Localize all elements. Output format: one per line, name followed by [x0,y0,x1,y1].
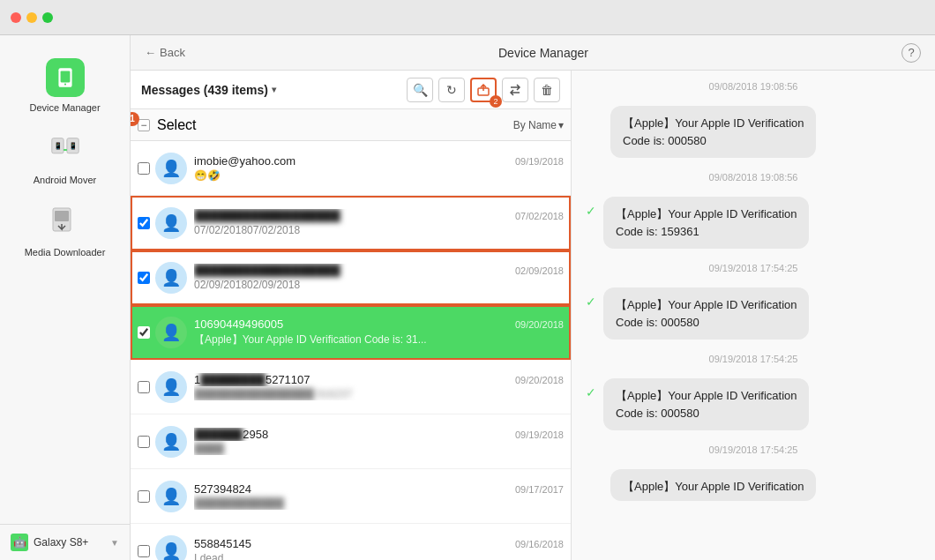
message-checkbox[interactable] [138,162,150,175]
message-item[interactable]: 👤 1████████5271107 09/20/2018 ██████████… [131,360,571,414]
chat-bubble: 【Apple】Your Apple ID Verification [610,469,816,501]
message-item[interactable]: 👤 ██████████████████ 02/09/2018 02/09/20… [131,250,571,305]
list-header: 1 − Select By Name ▾ [131,109,571,141]
message-name: 558845145 [194,537,251,550]
chat-bubble: 【Apple】Your Apple ID VerificationCode is… [603,197,809,249]
message-preview: 02/09/201802/09/2018 [194,279,564,291]
sidebar-item-media-downloader[interactable]: Media Downloader [0,194,130,266]
message-avatar: 👤 [155,426,187,458]
message-content: 558845145 09/16/2018 I dead [194,537,564,560]
message-top: 10690449496005 09/20/2018 [194,317,564,331]
message-checkbox[interactable] [138,272,150,284]
message-content: ██████████████████ 07/02/2018 07/02/2018… [194,209,564,236]
message-preview: ████████████████ 916237 [194,388,564,400]
message-preview: 07/02/201807/02/2018 [194,224,564,236]
back-button[interactable]: ← Back [145,46,185,59]
chat-bubble-row: 【Apple】Your Apple ID VerificationCode is… [586,106,921,158]
sidebar-item-media-downloader-label: Media Downloader [25,247,106,258]
android-mover-icon: 📱 📱 [46,131,85,169]
select-all-checkbox[interactable]: − [138,119,150,131]
messages-dropdown-icon: ▾ [272,85,276,94]
message-preview: I dead [194,552,564,560]
message-name: ██████████████████ [194,264,340,277]
message-name: 527394824 [194,482,251,496]
message-date: 09/20/2018 [515,375,564,385]
sidebar-item-android-mover[interactable]: 📱 📱 Android Mover [0,122,130,194]
message-item[interactable]: 👤 imobie@yahoo.com 09/19/2018 😁🤣 [131,141,571,196]
message-top: 1████████5271107 09/20/2018 [194,373,564,386]
help-icon: ? [908,46,914,59]
message-content: ██████████████████ 02/09/2018 02/09/2018… [194,264,564,291]
select-label-text: Select [157,117,196,133]
chat-bubble: 【Apple】Your Apple ID VerificationCode is… [610,106,816,158]
minimize-button[interactable] [26,12,37,23]
message-date: 09/20/2018 [515,319,564,330]
chevron-down-icon: ▼ [110,538,119,548]
chat-bubble: 【Apple】Your Apple ID VerificationCode is… [603,287,809,340]
help-button[interactable]: ? [901,43,921,63]
window-controls [11,12,53,23]
back-arrow-icon: ← [145,46,156,59]
message-content: 10690449496005 09/20/2018 【Apple】Your Ap… [194,317,564,347]
sort-button[interactable]: By Name ▾ [513,119,564,131]
message-top: ██████████████████ 02/09/2018 [194,264,564,277]
maximize-button[interactable] [42,12,53,23]
message-content: 1████████5271107 09/20/2018 ████████████… [194,373,564,400]
chat-bubble-row: ✓ 【Apple】Your Apple ID VerificationCode … [586,287,921,340]
refresh-button[interactable]: ↻ [438,78,465,102]
sidebar-item-device-manager[interactable]: Device Manager [0,49,130,122]
close-button[interactable] [11,12,21,23]
message-checkbox[interactable] [138,545,150,557]
chat-timestamp: 09/08/2018 19:08:56 [586,81,921,92]
message-content: ██████2958 09/19/2018 ████ [194,428,564,455]
message-item[interactable]: 👤 527394824 09/17/2017 ████████████ [131,469,571,524]
annotation-1-area: 1 − [138,119,150,131]
message-list: 👤 imobie@yahoo.com 09/19/2018 😁🤣 👤 [131,141,571,560]
message-name: ██████2958 [194,428,268,441]
message-date: 09/16/2018 [515,539,564,549]
back-label: Back [160,46,185,59]
message-checkbox[interactable] [138,326,150,339]
sort-label: By Name [513,119,557,131]
messages-container: Messages (439 items) ▾ 🔍 ↻ [131,71,935,560]
chat-checkmark-icon: ✓ [586,295,596,309]
chat-bubble: 【Apple】Your Apple ID VerificationCode is… [603,378,809,430]
chat-bubble-row: ✓ 【Apple】Your Apple ID VerificationCode … [586,378,921,430]
app-body: Device Manager 📱 📱 Android Mover [0,35,935,560]
sidebar-device-selector[interactable]: 🤖 Galaxy S8+ ▼ [0,524,130,560]
message-checkbox[interactable] [138,490,150,503]
search-button[interactable]: 🔍 [407,78,433,102]
message-checkbox[interactable] [138,217,150,229]
titlebar [0,0,935,35]
chat-timestamp: 09/08/2018 19:08:56 [586,172,921,183]
message-name: 10690449496005 [194,317,283,331]
device-name-label: Galaxy S8+ [34,536,105,549]
message-item[interactable]: 👤 558845145 09/16/2018 I dead [131,524,571,560]
chat-checkmark-icon: ✓ [586,204,596,218]
message-content: 527394824 09/17/2017 ████████████ [194,482,564,510]
top-bar: ← Back Device Manager ? [131,35,935,71]
chat-timestamp: 09/19/2018 17:54:25 [586,444,921,455]
message-top: 527394824 09/17/2017 [194,482,564,496]
sidebar-item-android-mover-label: Android Mover [34,175,97,185]
chat-bubble-row: 【Apple】Your Apple ID Verification [586,469,921,501]
chat-bubble-row: ✓ 【Apple】Your Apple ID VerificationCode … [586,197,921,249]
page-title: Device Manager [185,46,901,60]
left-panel: Messages (439 items) ▾ 🔍 ↻ [131,71,572,560]
message-item[interactable]: 👤 ██████2958 09/19/2018 ████ [131,414,571,469]
message-date: 02/09/2018 [515,265,564,276]
message-checkbox[interactable] [138,381,150,393]
message-item[interactable]: 👤 10690449496005 09/20/2018 【Apple】Your … [131,305,571,360]
message-item[interactable]: 👤 ██████████████████ 07/02/2018 07/02/20… [131,196,571,250]
transfer-button[interactable] [502,78,528,102]
message-date: 09/19/2018 [515,156,564,167]
message-avatar: 👤 [155,153,187,184]
message-preview: ████ [194,443,564,455]
delete-button[interactable]: 🗑 [534,78,560,102]
toolbar: 🔍 ↻ 2 [407,78,560,102]
message-avatar: 👤 [155,262,187,294]
message-avatar: 👤 [155,317,187,348]
message-checkbox[interactable] [138,436,150,448]
export-button-wrapper: 2 [470,78,497,102]
content-area: ← Back Device Manager ? Messages (439 it… [131,35,935,560]
